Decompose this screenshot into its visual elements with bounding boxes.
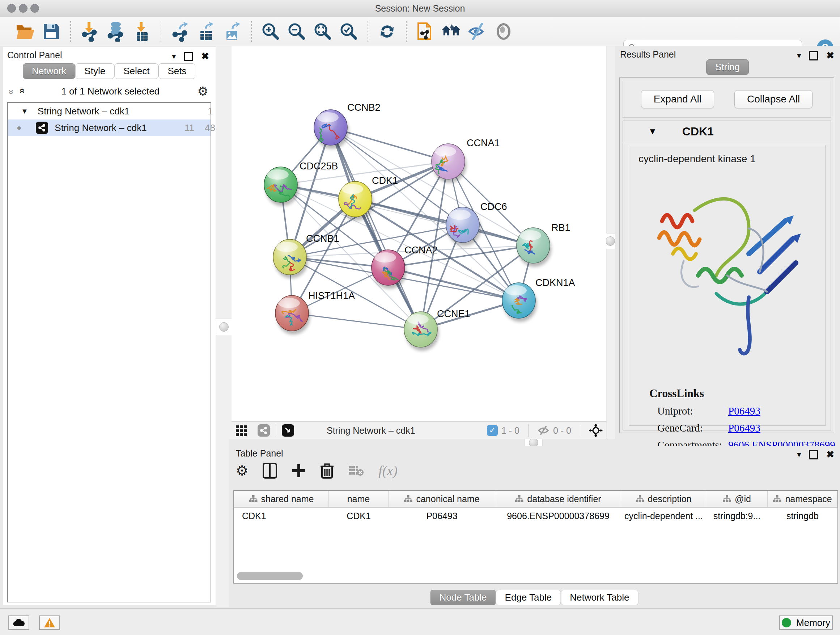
results-panel-close-icon[interactable]: ✖	[826, 50, 834, 61]
open-session-icon[interactable]	[15, 21, 35, 42]
zoom-selected-icon[interactable]	[339, 21, 359, 42]
network-node-CCNE1[interactable]	[404, 312, 439, 351]
left-splitter-grip[interactable]	[215, 318, 233, 335]
network-edge-HIST1H1A-CCNE1[interactable]	[292, 313, 421, 329]
collapse-all-button[interactable]: Collapse All	[734, 90, 813, 108]
selected-checkbox-icon[interactable]: ✓	[487, 425, 498, 436]
gene-card: cyclin-dependent kinase 1	[629, 145, 826, 426]
column-header--id[interactable]: @id	[706, 491, 767, 507]
column-header-description[interactable]: description	[621, 491, 706, 507]
gene-section: ▼ CDK1 cyclin-dependent kinase 1	[622, 120, 831, 431]
node-table: shared namenamecanonical namedatabase id…	[233, 490, 838, 584]
column-header-name[interactable]: name	[329, 491, 388, 507]
tab-sets[interactable]: Sets	[158, 63, 195, 79]
gene-description: cyclin-dependent kinase 1	[638, 153, 825, 165]
refresh-icon[interactable]	[377, 21, 397, 42]
import-network-database-icon[interactable]	[106, 21, 126, 42]
tab-node-table[interactable]: Node Table	[431, 590, 496, 605]
table-cell[interactable]: 9606.ENSP00000378699	[495, 508, 621, 524]
table-horizontal-scrollbar[interactable]	[237, 572, 303, 580]
show-selected-icon[interactable]	[493, 21, 514, 42]
collection-expand-icon[interactable]: ▼	[21, 107, 28, 116]
column-header-canonical-name[interactable]: canonical name	[388, 491, 495, 507]
table-cell[interactable]: stringdb	[767, 508, 837, 524]
zoom-in-icon[interactable]	[261, 21, 281, 42]
pan-crosshair-icon[interactable]	[589, 424, 603, 437]
export-network-icon[interactable]	[170, 21, 190, 42]
network-node-CDC6[interactable]	[446, 207, 481, 246]
network-node-CCNA1[interactable]	[431, 144, 466, 183]
crosslinks-title: CrossLinks	[649, 387, 835, 400]
gene-section-header[interactable]: ▼ CDK1	[623, 121, 831, 142]
tab-network[interactable]: Network	[23, 63, 75, 79]
table-panel-close-icon[interactable]: ✖	[826, 449, 834, 460]
show-all-networks-icon[interactable]	[441, 21, 462, 42]
table-options-gear-icon[interactable]: ⚙	[236, 463, 248, 478]
expand-all-button[interactable]: Expand All	[641, 90, 714, 108]
network-node-CCNA2[interactable]	[371, 250, 406, 289]
string-import-icon[interactable]	[415, 21, 436, 42]
crosslink-link[interactable]: P06493	[728, 405, 760, 417]
hidden-counts: 0 - 0	[553, 425, 571, 436]
table-cell[interactable]: cyclin-dependent ...	[621, 508, 706, 524]
network-node-CCNB2[interactable]	[314, 110, 349, 149]
string-view-icon[interactable]	[257, 424, 270, 437]
hidden-eye-icon[interactable]	[537, 425, 549, 436]
network-row-selected[interactable]: ● String Network – cdk1 11 48	[8, 119, 210, 136]
tab-style[interactable]: Style	[75, 63, 114, 79]
gene-collapse-icon[interactable]: ▼	[648, 126, 657, 136]
table-panel-float-icon[interactable]	[809, 450, 818, 459]
tab-select[interactable]: Select	[114, 63, 158, 79]
table-tabs: Node Table Edge Table Network Table	[431, 590, 638, 605]
column-header-shared-name[interactable]: shared name	[234, 491, 329, 507]
column-header-namespace[interactable]: namespace	[767, 491, 837, 507]
table-cell[interactable]: CDK1	[234, 508, 329, 524]
collapse-all-networks-icon[interactable]: »	[16, 89, 27, 93]
memory-button[interactable]: Memory	[779, 616, 833, 630]
node-label-CDC6: CDC6	[480, 201, 507, 212]
zoom-out-icon[interactable]	[286, 21, 307, 42]
control-panel-menu-icon[interactable]: ▾	[172, 52, 176, 61]
network-node-CDK1[interactable]	[339, 181, 373, 220]
table-row[interactable]: CDK1CDK1P064939606.ENSP00000378699cyclin…	[234, 508, 837, 524]
table-cell[interactable]: stringdb:9...	[706, 508, 767, 524]
save-session-icon[interactable]	[41, 21, 62, 42]
expand-all-networks-icon[interactable]: »	[6, 89, 17, 93]
export-table-icon[interactable]	[196, 21, 216, 42]
delete-column-icon[interactable]	[321, 463, 333, 478]
network-collection-row[interactable]: ▼ String Network – cdk1 1	[8, 103, 210, 119]
control-panel-float-icon[interactable]	[184, 52, 193, 61]
warnings-button[interactable]	[39, 616, 60, 630]
birds-eye-view-icon[interactable]	[282, 424, 294, 437]
network-node-RB1[interactable]	[516, 228, 551, 267]
tab-network-table[interactable]: Network Table	[561, 590, 638, 605]
delete-table-icon[interactable]	[348, 464, 364, 477]
table-panel-menu-icon[interactable]: ▾	[797, 450, 801, 459]
string-network-graph[interactable]: CCNB2CCNA1CDC25BCDK1CDC6RB1CCNB1CCNA2CDK…	[232, 46, 606, 421]
tab-string-results[interactable]: String	[706, 59, 749, 75]
crosslink-link[interactable]: P06493	[728, 422, 760, 434]
tab-edge-table[interactable]: Edge Table	[496, 590, 561, 605]
table-cell[interactable]: CDK1	[329, 508, 388, 524]
add-column-icon[interactable]	[292, 463, 306, 478]
results-panel-menu-icon[interactable]: ▾	[797, 51, 801, 60]
network-node-CDC25B[interactable]	[264, 167, 299, 206]
cloud-status-button[interactable]	[8, 616, 29, 630]
network-edge-CCNA2-CDKN1A[interactable]	[388, 268, 519, 301]
column-header-database-identifier[interactable]: database identifier	[495, 491, 621, 507]
show-columns-icon[interactable]	[263, 463, 277, 478]
control-panel-close-icon[interactable]: ✖	[201, 51, 209, 62]
network-options-gear-icon[interactable]: ⚙	[197, 84, 208, 98]
network-node-CDKN1A[interactable]	[502, 283, 537, 322]
hide-selected-icon[interactable]	[467, 21, 488, 42]
import-network-icon[interactable]	[80, 21, 100, 42]
table-cell[interactable]: P06493	[388, 508, 495, 524]
network-canvas[interactable]: CCNB2CCNA1CDC25BCDK1CDC6RB1CCNB1CCNA2CDK…	[232, 46, 606, 439]
results-panel-float-icon[interactable]	[809, 51, 818, 60]
import-table-icon[interactable]	[132, 21, 152, 42]
zoom-fit-icon[interactable]	[313, 21, 333, 42]
network-node-HIST1H1A[interactable]	[275, 295, 310, 334]
grid-view-icon[interactable]	[234, 423, 249, 438]
function-builder-icon[interactable]: f(x)	[378, 463, 398, 478]
export-image-icon[interactable]	[222, 21, 242, 42]
